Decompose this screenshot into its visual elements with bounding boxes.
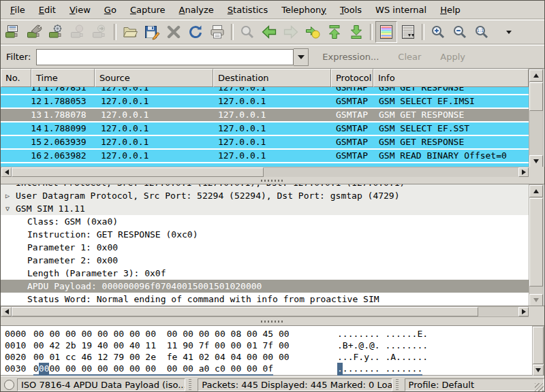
- hex-row-0000[interactable]: 000000 00 00 00 00 00 00 00 00 00 00 00 …: [1, 328, 544, 340]
- column-header-source[interactable]: Source: [95, 69, 213, 87]
- reload-icon[interactable]: [185, 21, 206, 43]
- hscroll-thumb[interactable]: [12, 307, 478, 316]
- status-packet-counts: Packets: 445 Displayed: 445 Marked: 0 Lo…: [198, 378, 392, 391]
- pane-splitter-top[interactable]: [1, 177, 544, 184]
- clear-button: Clear: [394, 51, 425, 63]
- detail-line[interactable]: Instruction: GET RESPONSE (0xc0): [1, 228, 529, 241]
- hex-selected-ascii[interactable]: .: [337, 363, 343, 374]
- scroll-up-icon[interactable]: [529, 69, 543, 82]
- autoscroll-icon[interactable]: [397, 21, 419, 43]
- detail-line[interactable]: Status Word: Normal ending of command wi…: [1, 293, 529, 306]
- detail-line[interactable]: Parameter 2: 0x00: [1, 254, 529, 267]
- zoom-out-icon[interactable]: [449, 21, 471, 43]
- pane-splitter-bottom[interactable]: [1, 317, 544, 325]
- print-icon[interactable]: [206, 21, 228, 43]
- hscroll-thumb[interactable]: [12, 167, 264, 177]
- hex-row-0020[interactable]: 002000 01 cc 46 12 79 00 2e fe 41 02 04 …: [1, 351, 544, 363]
- go-top-icon[interactable]: [324, 21, 345, 43]
- column-header-protocol[interactable]: Protocol: [331, 69, 373, 87]
- menu-help[interactable]: Help: [433, 3, 467, 17]
- hex-row-0030[interactable]: 003000 00 00 00 00 00 00 00 00 00 a0 c0 …: [1, 363, 544, 374]
- column-header-no[interactable]: No.: [1, 69, 31, 87]
- hex-offset: 0030: [5, 363, 26, 374]
- goto-packet-icon[interactable]: [302, 21, 324, 43]
- packet-row-16[interactable]: 162.063982127.0.0.1127.0.0.1GSMTAPGSM RE…: [1, 150, 529, 163]
- packet-list-hscrollbar[interactable]: [1, 167, 529, 178]
- packet-list-vscrollbar[interactable]: [529, 69, 544, 167]
- hex-selected-byte[interactable]: 00: [39, 363, 50, 374]
- detail-line[interactable]: Parameter 1: 0x00: [1, 241, 529, 254]
- packet-row-14[interactable]: 141.788099127.0.0.1127.0.0.1GSMTAPGSM SE…: [1, 122, 529, 136]
- menu-analyze[interactable]: Analyze: [172, 3, 221, 17]
- column-header-destination[interactable]: Destination: [213, 69, 331, 87]
- list-interfaces-icon[interactable]: [2, 21, 24, 43]
- menu-statistics[interactable]: Statistics: [221, 3, 275, 17]
- detail-line[interactable]: ▷User Datagram Protocol, Src Port: 52294…: [1, 189, 529, 202]
- go-bottom-icon[interactable]: [345, 21, 367, 43]
- filter-input[interactable]: [36, 49, 294, 65]
- cell-info: GSM GET RESPONSE: [374, 87, 529, 94]
- toolbar-overflow-icon[interactable]: [498, 21, 520, 43]
- go-back-icon[interactable]: [258, 21, 280, 43]
- column-header-info[interactable]: Info: [373, 69, 529, 87]
- capture-options-icon[interactable]: [24, 21, 46, 43]
- vscroll-thumb[interactable]: [533, 327, 544, 364]
- expert-info-icon[interactable]: [4, 380, 14, 390]
- cell-src: 127.0.0.1: [97, 136, 214, 148]
- close-file-icon[interactable]: [163, 21, 185, 43]
- scroll-down-icon[interactable]: [529, 155, 543, 167]
- menu-go[interactable]: Go: [97, 3, 123, 17]
- vscroll-thumb[interactable]: [529, 82, 543, 111]
- packet-row-12[interactable]: 121.788053127.0.0.1127.0.0.1GSMTAPGSM SE…: [1, 95, 529, 109]
- expression-button[interactable]: Expression...: [318, 51, 383, 63]
- scroll-left-icon[interactable]: [1, 307, 12, 316]
- packet-row-13[interactable]: 131.788078127.0.0.1127.0.0.1GSMTAPGSM GE…: [1, 109, 529, 122]
- zoom-normal-icon[interactable]: 1:1: [471, 21, 493, 43]
- scroll-down-icon[interactable]: [533, 365, 544, 376]
- zoom-in-icon[interactable]: [427, 21, 449, 43]
- vscroll-thumb[interactable]: [529, 198, 543, 287]
- window-resize-grip[interactable]: [535, 383, 544, 392]
- detail-vscrollbar[interactable]: [529, 184, 544, 306]
- detail-line[interactable]: Length (Parameter 3): 0x0f: [1, 267, 529, 280]
- detail-line[interactable]: Class: GSM (0xa0): [1, 215, 529, 228]
- detail-line[interactable]: ▽GSM SIM 11.11: [1, 202, 529, 215]
- menu-edit[interactable]: Edit: [32, 3, 63, 17]
- scroll-down-icon[interactable]: [529, 294, 543, 306]
- menu-file[interactable]: File: [3, 3, 32, 17]
- hex-vscrollbar[interactable]: [532, 326, 544, 375]
- save-file-icon[interactable]: [141, 21, 163, 43]
- hex-row-0010[interactable]: 001000 42 2b 19 40 00 40 11 11 90 7f 00 …: [1, 340, 544, 351]
- packet-row-partial[interactable]: 111.787851127.0.0.1127.0.0.1GSMTAPGSM GE…: [1, 87, 529, 95]
- menu-bar: FileEditViewGoCaptureAnalyzeStatisticsTe…: [1, 1, 544, 19]
- detail-line-clipped[interactable]: Internet Protocol, Src: 127.0.0.1 (127.0…: [1, 184, 544, 189]
- detail-line[interactable]: APDU Payload: 000000096f0704001500150102…: [1, 280, 529, 293]
- hex-dump-pane: 000000 00 00 00 00 00 00 00 00 00 00 00 …: [1, 325, 544, 376]
- main-toolbar: 1:1: [1, 20, 544, 44]
- menu-telephony[interactable]: Telephony: [275, 3, 333, 17]
- cell-proto: GSMTAP: [332, 136, 374, 148]
- menu-capture[interactable]: Capture: [123, 3, 172, 17]
- scroll-right-icon[interactable]: [518, 167, 529, 177]
- scroll-right-icon[interactable]: [518, 307, 529, 316]
- colorize-icon[interactable]: [375, 21, 397, 43]
- column-header-time[interactable]: Time: [31, 69, 95, 87]
- cell-src: 127.0.0.1: [97, 150, 214, 162]
- expander-open-icon[interactable]: ▽: [5, 202, 10, 215]
- menu-view[interactable]: View: [63, 3, 97, 17]
- capture-start-icon[interactable]: [46, 21, 67, 43]
- expander-closed-icon[interactable]: ▷: [5, 189, 10, 202]
- open-file-icon[interactable]: [119, 21, 141, 43]
- hex-ascii: ........ ......E.: [337, 328, 428, 340]
- packet-row-15[interactable]: 152.063939127.0.0.1127.0.0.1GSMTAPGSM GE…: [1, 136, 529, 150]
- detail-hscrollbar[interactable]: [1, 306, 529, 317]
- packet-row-11[interactable]: 111.787851127.0.0.1127.0.0.1GSMTAPGSM GE…: [1, 87, 529, 95]
- cell-src: 127.0.0.1: [97, 95, 214, 108]
- scroll-left-icon[interactable]: [1, 167, 12, 177]
- menu-tools[interactable]: Tools: [333, 3, 369, 17]
- menu-ws-internal[interactable]: WS internal: [369, 3, 433, 17]
- status-profile: Profile: Default: [405, 378, 544, 391]
- filter-history-dropdown[interactable]: [294, 48, 309, 66]
- cell-proto: GSMTAP: [332, 150, 374, 162]
- scroll-up-icon[interactable]: [529, 185, 543, 197]
